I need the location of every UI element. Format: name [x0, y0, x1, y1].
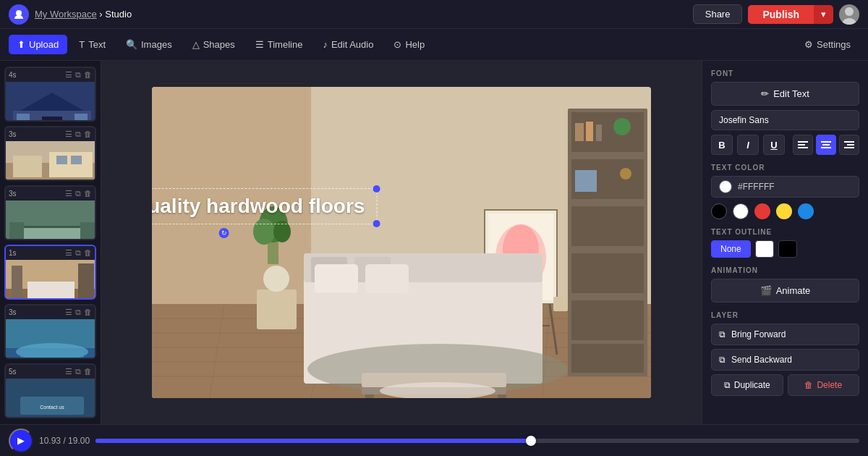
- slide-thumbnail: Contact us Contact us: youraddress@...: [6, 379, 95, 418]
- share-button[interactable]: Share: [693, 4, 743, 24]
- slide-list-icon[interactable]: ☰: [65, 248, 72, 258]
- slide-list-icon[interactable]: ☰: [65, 308, 72, 317]
- send-backward-icon: ⧉: [719, 355, 726, 365]
- svg-rect-90: [844, 147, 854, 148]
- slide-item[interactable]: 5s ☰ ⧉ 🗑 Contact us Contact us: youraddr…: [4, 363, 96, 418]
- swatch-blue[interactable]: [798, 203, 814, 219]
- swatch-white[interactable]: [733, 203, 749, 219]
- slide-item[interactable]: 3s ☰ ⧉ 🗑 And a beautiful pool: [4, 304, 96, 359]
- slide-copy-icon[interactable]: ⧉: [75, 248, 81, 258]
- user-avatar[interactable]: [839, 4, 859, 25]
- svg-rect-22: [78, 263, 94, 300]
- slide-label: And a beautiful pool: [9, 358, 72, 359]
- settings-button[interactable]: ⚙ Settings: [796, 35, 859, 54]
- slide-panel: 4s ☰ ⧉ 🗑 3s: [0, 61, 101, 424]
- slide-controls: 5s ☰ ⧉ 🗑: [6, 365, 95, 379]
- canvas-frame: High-quality hardwood floors ↻: [152, 87, 651, 398]
- animation-section: ANIMATION 🎬 Animate: [711, 266, 859, 303]
- slide-controls: 4s ☰ ⧉ 🗑: [6, 68, 95, 82]
- shapes-button[interactable]: △ Shapes: [184, 35, 244, 54]
- slide-copy-icon[interactable]: ⧉: [75, 189, 81, 198]
- timeline-button[interactable]: ☰ Timeline: [247, 35, 312, 54]
- upload-button[interactable]: ⬆ Upload: [9, 35, 67, 54]
- slide-thumbnail: [6, 82, 95, 122]
- publish-button[interactable]: Publish: [748, 5, 814, 24]
- publish-dropdown-button[interactable]: ▾: [814, 5, 833, 24]
- swatch-black[interactable]: [711, 203, 727, 219]
- slide-copy-icon[interactable]: ⧉: [75, 367, 81, 376]
- pencil-icon: ✏: [761, 88, 769, 99]
- slide-list-icon[interactable]: ☰: [65, 130, 72, 139]
- slide-list-icon[interactable]: ☰: [65, 70, 72, 80]
- slide-item[interactable]: 3s ☰ ⧉ 🗑 Cozy living room: [4, 185, 96, 240]
- topbar: My Workspace › Studio Share Publish ▾: [0, 0, 868, 29]
- color-swatch: [719, 180, 732, 193]
- help-button[interactable]: ⊙ Help: [385, 35, 433, 54]
- slide-controls: 1s ☰ ⧉ 🗑: [6, 246, 95, 260]
- slide-copy-icon[interactable]: ⧉: [75, 308, 81, 317]
- edit-audio-button[interactable]: ♪ Edit Audio: [314, 35, 382, 54]
- color-hex-value: #FFFFFF: [738, 182, 775, 192]
- text-outline-section: TEXT OUTLINE None: [711, 228, 859, 258]
- svg-rect-21: [27, 282, 75, 300]
- slide-delete-icon[interactable]: 🗑: [84, 308, 92, 317]
- canvas-text-box[interactable]: High-quality hardwood floors ↻: [152, 188, 377, 224]
- svg-rect-10: [13, 156, 42, 177]
- svg-rect-50: [575, 123, 584, 141]
- edit-text-button[interactable]: ✏ Edit Text: [711, 82, 859, 106]
- slide-delete-icon[interactable]: 🗑: [84, 248, 92, 258]
- outline-none-button[interactable]: None: [711, 240, 751, 258]
- font-selector[interactable]: Josefin Sans: [711, 110, 859, 130]
- slide-delete-icon[interactable]: 🗑: [84, 130, 92, 139]
- send-backward-button[interactable]: ⧉ Send Backward: [711, 349, 859, 371]
- resize-handle-br[interactable]: [373, 220, 380, 227]
- svg-rect-87: [821, 147, 831, 148]
- align-center-button[interactable]: [816, 135, 836, 155]
- rotate-handle[interactable]: ↻: [219, 228, 229, 238]
- align-right-button[interactable]: [839, 135, 859, 155]
- slide-delete-icon[interactable]: 🗑: [84, 70, 92, 80]
- bold-button[interactable]: B: [711, 135, 733, 155]
- text-icon: T: [79, 39, 85, 50]
- text-color-section: TEXT COLOR #FFFFFF: [711, 164, 859, 219]
- slide-item[interactable]: 4s ☰ ⧉ 🗑: [4, 67, 96, 122]
- svg-rect-69: [257, 290, 297, 329]
- font-section-title: FONT: [711, 69, 859, 77]
- underline-button[interactable]: U: [763, 135, 785, 155]
- slide-delete-icon[interactable]: 🗑: [84, 189, 92, 198]
- delete-button[interactable]: 🗑 Delete: [788, 374, 860, 396]
- canvas-area: High-quality hardwood floors ↻: [101, 61, 702, 424]
- svg-rect-7: [75, 114, 88, 122]
- svg-point-1: [845, 7, 854, 16]
- align-left-button[interactable]: [793, 135, 813, 155]
- slide-copy-icon[interactable]: ⧉: [75, 130, 81, 139]
- text-outline-title: TEXT OUTLINE: [711, 228, 859, 236]
- swatch-red[interactable]: [754, 203, 770, 219]
- help-icon: ⊙: [393, 39, 401, 50]
- swatch-yellow[interactable]: [776, 203, 792, 219]
- timeline-thumb[interactable]: [526, 436, 536, 446]
- outline-black-button[interactable]: [778, 240, 797, 258]
- italic-button[interactable]: I: [737, 135, 759, 155]
- images-button[interactable]: 🔍 Images: [117, 35, 181, 54]
- timeline-track[interactable]: [95, 439, 859, 443]
- duplicate-button[interactable]: ⧉ Duplicate: [711, 374, 783, 396]
- outline-white-button[interactable]: [755, 240, 774, 258]
- animate-button[interactable]: 🎬 Animate: [711, 279, 859, 303]
- slide-copy-icon[interactable]: ⧉: [75, 70, 81, 80]
- workspace-link[interactable]: My Workspace: [35, 9, 97, 20]
- play-button[interactable]: ▶: [9, 428, 33, 453]
- slide-list-icon[interactable]: ☰: [65, 367, 72, 376]
- resize-handle-tr[interactable]: [373, 185, 380, 193]
- timeline-progress: [95, 439, 531, 443]
- bring-forward-button[interactable]: ⧉ Bring Forward: [711, 324, 859, 345]
- slide-label: Cozy living room: [9, 240, 63, 240]
- slide-delete-icon[interactable]: 🗑: [84, 367, 92, 376]
- text-button[interactable]: T Text: [70, 35, 114, 54]
- color-picker[interactable]: #FFFFFF: [711, 176, 859, 198]
- play-icon: ▶: [17, 435, 25, 446]
- svg-rect-67: [315, 264, 358, 293]
- slide-item[interactable]: 3s ☰ ⧉ 🗑: [4, 126, 96, 181]
- slide-item-active[interactable]: 1s ☰ ⧉ 🗑: [4, 245, 96, 300]
- slide-list-icon[interactable]: ☰: [65, 189, 72, 198]
